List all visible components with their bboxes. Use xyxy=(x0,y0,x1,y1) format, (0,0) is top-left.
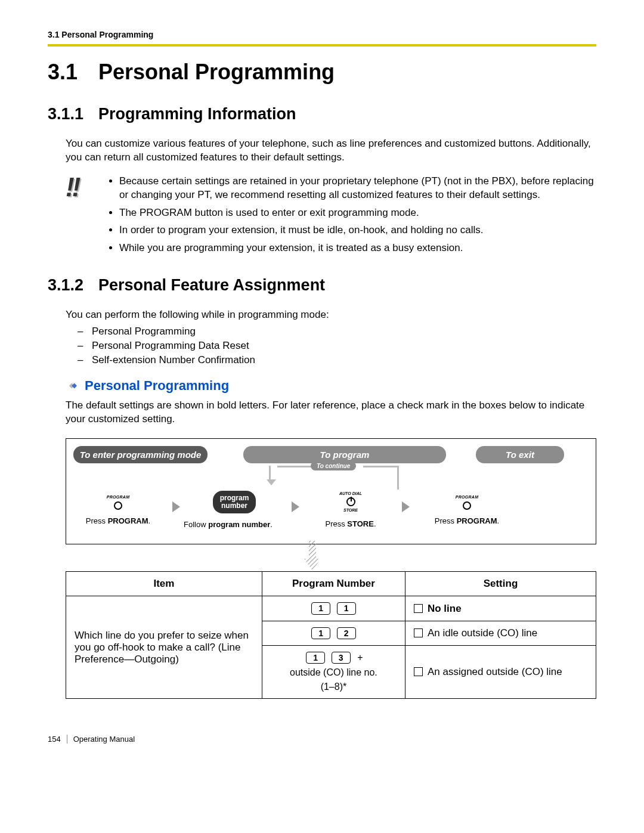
keycap: 1 xyxy=(306,652,325,664)
item-cell: Which line do you prefer to seize when y… xyxy=(66,596,262,699)
important-note-block: !! Because certain settings are retained… xyxy=(66,174,596,258)
flow-step-press-program-enter: PROGRAM Press PROGRAM. xyxy=(73,491,163,527)
page-number: 154 xyxy=(48,735,67,744)
section-number: 3.1 xyxy=(48,60,98,85)
section-title: Personal Programming xyxy=(98,60,335,84)
continue-loop-arrow: To continue xyxy=(269,462,406,482)
dash-list: Personal Programming Personal Programmin… xyxy=(66,326,596,366)
arrow-right-icon xyxy=(402,501,410,512)
note-bullet-list: Because certain settings are retained in… xyxy=(107,174,596,258)
plus-sign: + xyxy=(357,652,363,662)
checkbox-icon xyxy=(414,604,423,613)
list-item: The PROGRAM button is used to enter or e… xyxy=(119,206,596,219)
arrow-right-icon xyxy=(292,501,299,512)
section-number: 3.1.1 xyxy=(48,105,98,123)
list-item: In order to program your extension, it m… xyxy=(119,223,596,237)
svg-rect-3 xyxy=(309,541,316,559)
program-button-icon: PROGRAM xyxy=(456,494,479,510)
th-program-number: Program Number xyxy=(262,572,405,596)
list-item: While you are programming your extension… xyxy=(119,241,596,255)
manual-title: Operating Manual xyxy=(73,735,135,744)
list-item: Because certain settings are retained in… xyxy=(119,174,596,202)
store-button-icon: AUTO DIAL STORE xyxy=(312,491,389,513)
keycap: 3 xyxy=(332,652,351,664)
settings-table: Item Program Number Setting Which line d… xyxy=(66,571,596,699)
running-header: 3.1 Personal Programming xyxy=(48,30,596,39)
programming-flow-diagram: To enter programming mode To program To … xyxy=(66,438,596,545)
checkbox-icon xyxy=(414,667,423,676)
th-item: Item xyxy=(66,572,262,596)
continue-label: To continue xyxy=(311,462,356,470)
pn-extra-line: (1–8)* xyxy=(271,682,397,692)
pn-extra-line: outside (CO) line no. xyxy=(271,667,397,678)
paragraph: The default settings are shown in bold l… xyxy=(66,398,596,426)
diamonds-icon xyxy=(66,379,79,392)
setting-label: An idle outside (CO) line xyxy=(428,627,537,639)
subsection-heading: Personal Programming xyxy=(66,378,596,394)
setting-cell: An assigned outside (CO) line xyxy=(405,645,596,698)
program-number-cell: 1 1 xyxy=(262,596,405,621)
flow-header-program: To program xyxy=(243,446,446,463)
setting-label: No line xyxy=(428,603,462,614)
page-footer: 154 Operating Manual xyxy=(48,735,596,744)
program-number-pill: programnumber xyxy=(213,491,256,513)
keycap: 1 xyxy=(337,602,356,614)
flow-header-exit: To exit xyxy=(476,446,564,463)
table-row: Which line do you prefer to seize when y… xyxy=(66,596,596,621)
keycap: 1 xyxy=(311,602,330,614)
section-heading-3-1-2: 3.1.2Personal Feature Assignment xyxy=(48,276,596,295)
section-number: 3.1.2 xyxy=(48,276,98,295)
section-title: Programming Information xyxy=(98,105,296,123)
svg-marker-4 xyxy=(304,559,321,571)
flow-step-press-store: AUTO DIAL STORE Press STORE. xyxy=(312,491,389,529)
checkbox-icon xyxy=(414,628,423,637)
drill-down-arrow-icon xyxy=(302,541,323,574)
header-rule xyxy=(48,44,596,47)
program-button-icon: PROGRAM xyxy=(107,494,130,510)
program-number-cell: 1 2 xyxy=(262,621,405,645)
list-item: Personal Programming Data Reset xyxy=(78,340,596,352)
list-item: Self-extension Number Confirmation xyxy=(78,354,596,366)
setting-label: An assigned outside (CO) line xyxy=(428,666,562,677)
section-heading-3-1-1: 3.1.1Programming Information xyxy=(48,105,596,123)
th-setting: Setting xyxy=(405,572,596,596)
svg-marker-1 xyxy=(72,383,77,388)
table-header-row: Item Program Number Setting xyxy=(66,572,596,596)
program-number-cell: 1 3 + outside (CO) line no. (1–8)* xyxy=(262,645,405,698)
flow-step-program-number: programnumber Follow program number. xyxy=(190,491,279,530)
setting-cell: An idle outside (CO) line xyxy=(405,621,596,645)
section-heading-3-1: 3.1Personal Programming xyxy=(48,60,596,85)
subsection-title: Personal Programming xyxy=(85,378,229,394)
flow-step-press-program-exit: PROGRAM Press PROGRAM. xyxy=(422,491,512,527)
keycap: 2 xyxy=(337,627,356,639)
paragraph: You can customize various features of yo… xyxy=(66,137,596,165)
important-icon: !! xyxy=(66,174,107,258)
flow-header-enter: To enter programming mode xyxy=(73,446,208,463)
keycap: 1 xyxy=(311,627,330,639)
list-item: Personal Programming xyxy=(78,326,596,337)
paragraph: You can perform the following while in p… xyxy=(66,308,596,321)
setting-cell: No line xyxy=(405,596,596,621)
section-title: Personal Feature Assignment xyxy=(98,276,325,294)
arrow-right-icon xyxy=(172,501,180,512)
